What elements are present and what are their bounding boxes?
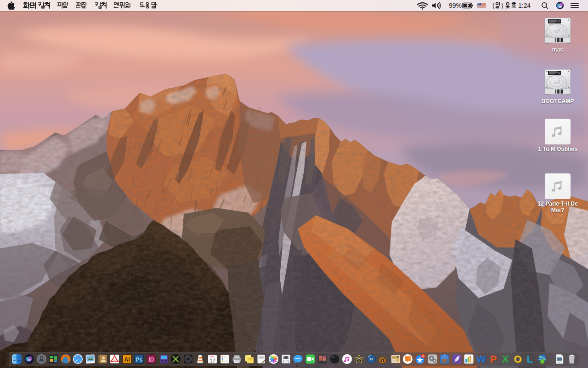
svg-text:): ) [501,2,503,9]
svg-text:X: X [502,354,509,364]
svg-text:1:24: 1:24 [518,2,531,9]
svg-text:4: 4 [422,354,424,357]
svg-text:L: L [527,354,533,364]
svg-text:P: P [490,354,497,364]
svg-text:JPG: JPG [558,362,561,363]
svg-text:(: ( [492,2,495,9]
svg-text:ID: ID [149,356,154,363]
svg-text:99%: 99% [449,2,462,9]
svg-text:W: W [476,354,486,364]
svg-text:O: O [514,354,521,364]
svg-text:17: 17 [209,358,215,363]
svg-text:Ai: Ai [124,356,130,363]
svg-text:Ps: Ps [136,356,143,363]
